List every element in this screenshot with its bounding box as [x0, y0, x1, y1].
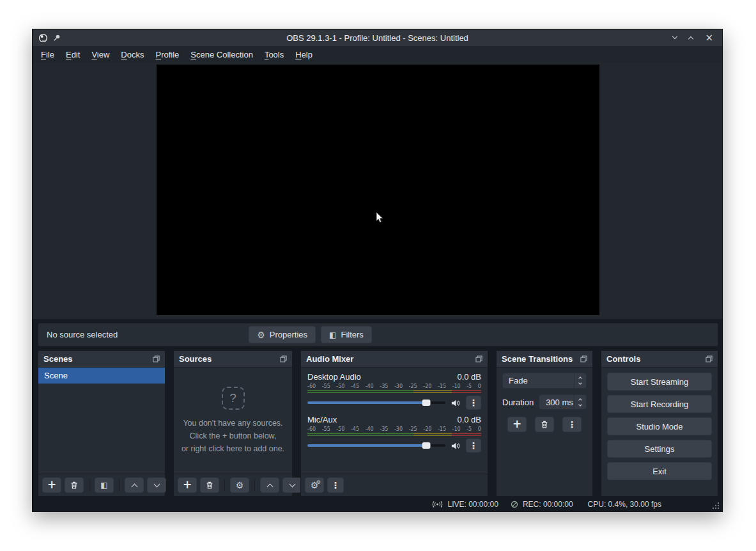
- scene-list-item[interactable]: Scene: [38, 368, 165, 384]
- meter-tick-label: -10: [452, 426, 461, 432]
- mixer-channel-desktop-audio: Desktop Audio 0.0 dB -60 -55 -50 -45 -40…: [307, 372, 481, 410]
- menu-item-help[interactable]: Help: [289, 47, 318, 62]
- channel-level-db: 0.0 dB: [457, 415, 481, 424]
- source-properties-button[interactable]: ⚙: [230, 477, 249, 493]
- add-scene-button[interactable]: +: [42, 477, 61, 493]
- meter-tick-label: -50: [336, 426, 344, 432]
- remove-source-button[interactable]: [200, 477, 219, 493]
- kebab-icon: ⋮: [567, 420, 576, 429]
- dock-popout-icon[interactable]: [706, 355, 713, 362]
- advanced-audio-button[interactable]: ⚙ ⚙: [305, 477, 324, 493]
- trash-icon: [205, 481, 214, 490]
- settings-button[interactable]: Settings: [607, 440, 712, 458]
- meter-tick-label: 0: [478, 426, 481, 432]
- menu-item-view[interactable]: View: [86, 47, 115, 62]
- scene-filters-button[interactable]: ◧: [95, 477, 114, 493]
- program-canvas[interactable]: [157, 65, 599, 315]
- properties-button[interactable]: ⚙ Properties: [249, 326, 316, 343]
- toolbar-separator: [254, 479, 255, 491]
- titlebar-left: [33, 33, 61, 43]
- sources-panel-header[interactable]: Sources: [174, 351, 292, 368]
- transition-select-arrows[interactable]: [574, 373, 586, 388]
- dock-row: Scenes Scene + ◧: [38, 350, 718, 497]
- menu-item-file[interactable]: File: [35, 47, 60, 62]
- speaker-icon[interactable]: [451, 398, 461, 408]
- exit-button[interactable]: Exit: [607, 462, 712, 480]
- volume-slider[interactable]: [307, 444, 445, 447]
- add-source-button[interactable]: +: [178, 477, 197, 493]
- scene-item-label: Scene: [44, 371, 68, 380]
- meter-tick-label: -30: [394, 384, 403, 389]
- source-toolbar: No source selected ⚙ Properties ◧ Filter…: [38, 323, 718, 346]
- meter-tick-label: -10: [452, 384, 461, 389]
- dock-popout-icon[interactable]: [580, 355, 587, 362]
- duration-spinbox[interactable]: 300 ms: [539, 394, 587, 410]
- window-maximize-icon[interactable]: [688, 36, 693, 42]
- start-recording-button[interactable]: Start Recording: [607, 395, 712, 413]
- add-transition-button[interactable]: +: [507, 417, 527, 432]
- plus-icon: +: [513, 419, 521, 430]
- meter-tick-label: -60: [307, 384, 316, 389]
- move-source-up-button[interactable]: [260, 477, 279, 493]
- start-streaming-button[interactable]: Start Streaming: [607, 373, 712, 391]
- menu-item-profile[interactable]: Profile: [150, 47, 185, 62]
- transition-select[interactable]: Fade: [502, 373, 587, 389]
- channel-name: Mic/Aux: [307, 415, 337, 424]
- meter-tick-label: -20: [423, 384, 431, 389]
- volume-slider-handle[interactable]: [422, 442, 430, 449]
- scene-transitions-panel-header[interactable]: Scene Transitions: [497, 351, 592, 368]
- volume-slider[interactable]: [307, 401, 445, 404]
- remove-scene-button[interactable]: [65, 477, 84, 493]
- chevron-up-icon: [131, 483, 137, 490]
- speaker-icon[interactable]: [451, 441, 461, 451]
- dock-popout-icon[interactable]: [153, 355, 160, 362]
- volume-meter: [307, 390, 481, 393]
- plus-icon: +: [47, 479, 56, 490]
- duration-spin-arrows[interactable]: [574, 395, 586, 409]
- move-scene-up-button[interactable]: [125, 477, 144, 493]
- sources-empty-state: ? You don't have any sources. Click the …: [174, 368, 292, 474]
- scenes-panel-header[interactable]: Scenes: [38, 351, 165, 368]
- meter-tick-label: -55: [322, 426, 330, 432]
- channel-options-button[interactable]: ⋮: [466, 396, 481, 410]
- window-title: OBS 29.1.3-1 - Profile: Untitled - Scene…: [33, 33, 722, 43]
- move-source-down-button[interactable]: [282, 477, 302, 493]
- sources-panel-title: Sources: [179, 354, 212, 364]
- volume-slider-handle[interactable]: [422, 400, 430, 406]
- dock-popout-icon[interactable]: [475, 355, 482, 362]
- menu-item-scene-collection[interactable]: Scene Collection: [185, 47, 259, 62]
- menubar: File Edit View Docks Profile Scene Colle…: [33, 46, 722, 63]
- meter-bar-left: [307, 390, 481, 391]
- audio-mixer-panel-header[interactable]: Audio Mixer: [301, 351, 488, 368]
- menu-item-docks[interactable]: Docks: [115, 47, 150, 62]
- meter-tick-label: -5: [467, 384, 472, 389]
- menu-item-tools[interactable]: Tools: [259, 47, 289, 62]
- resize-grip[interactable]: [718, 508, 719, 509]
- channel-name: Desktop Audio: [307, 372, 361, 382]
- studio-mode-button[interactable]: Studio Mode: [607, 417, 712, 435]
- remove-transition-button[interactable]: [535, 417, 554, 432]
- transition-options-button[interactable]: ⋮: [562, 417, 582, 432]
- obs-window: OBS 29.1.3-1 - Profile: Untitled - Scene…: [32, 29, 723, 512]
- meter-tick-label: -15: [438, 426, 446, 432]
- titlebar[interactable]: OBS 29.1.3-1 - Profile: Untitled - Scene…: [33, 29, 722, 46]
- channel-options-button[interactable]: ⋮: [466, 438, 481, 453]
- dock-popout-icon[interactable]: [280, 355, 287, 362]
- controls-panel-header[interactable]: Controls: [601, 351, 718, 368]
- sources-list[interactable]: ? You don't have any sources. Click the …: [174, 368, 292, 474]
- toolbar-separator: [224, 479, 225, 491]
- filters-button[interactable]: ◧ Filters: [321, 326, 372, 343]
- menu-item-edit[interactable]: Edit: [60, 47, 86, 62]
- window-minimize-icon[interactable]: [672, 34, 677, 39]
- window-controls: ×: [673, 33, 722, 43]
- plus-icon: +: [183, 479, 192, 490]
- mixer-options-button[interactable]: ⋮: [327, 477, 344, 493]
- pin-icon[interactable]: [53, 34, 61, 42]
- trash-icon: [70, 481, 79, 490]
- meter-tick-label: -60: [307, 426, 316, 432]
- move-scene-down-button[interactable]: [147, 477, 166, 493]
- window-close-icon[interactable]: ×: [705, 33, 713, 43]
- controls-panel: Controls Start Streaming Start Recording…: [601, 350, 718, 497]
- volume-slider-fill: [307, 401, 426, 404]
- scenes-list: Scene: [38, 368, 165, 474]
